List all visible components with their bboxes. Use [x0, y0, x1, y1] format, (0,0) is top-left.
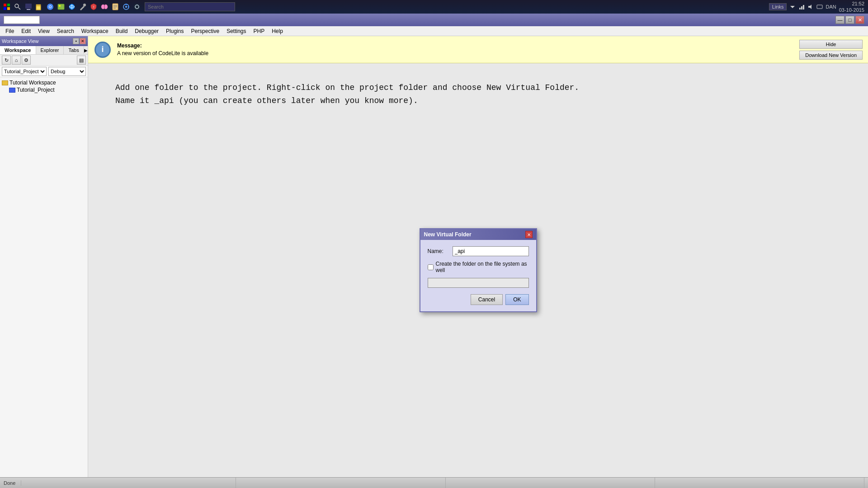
dialog-title: New Virtual Folder	[424, 231, 525, 238]
menu-build[interactable]: Build	[112, 27, 132, 35]
chrome-icon[interactable]	[45, 2, 55, 12]
svg-rect-3	[7, 7, 10, 10]
dialog-path-input[interactable]	[428, 278, 529, 288]
panel-float-button[interactable]: ▪	[73, 38, 79, 44]
butterfly-icon[interactable]	[99, 2, 109, 12]
menu-help[interactable]: Help	[268, 27, 287, 35]
svg-rect-6	[25, 4, 32, 9]
svg-point-12	[49, 6, 51, 8]
steam-icon[interactable]	[132, 2, 142, 12]
menu-plugins[interactable]: Plugins	[162, 27, 187, 35]
menu-file[interactable]: File	[2, 27, 18, 35]
network-icon[interactable]	[121, 2, 131, 12]
notification-text: A new version of CodeLite is available	[117, 50, 799, 56]
titlebar-input[interactable]	[4, 16, 40, 24]
dialog-filesystem-checkbox[interactable]	[428, 264, 434, 270]
panel-close-button[interactable]: ✕	[80, 38, 86, 44]
statusbar-seg1	[27, 478, 236, 488]
svg-rect-7	[27, 9, 30, 10]
menu-php[interactable]: PHP	[250, 27, 269, 35]
dialog-cancel-button[interactable]: Cancel	[471, 294, 503, 305]
statusbar-seg2	[236, 478, 445, 488]
tabs-more-button[interactable]: ▶	[84, 46, 88, 54]
editor-icon[interactable]	[110, 2, 120, 12]
image-icon[interactable]	[56, 2, 66, 12]
menu-settings[interactable]: Settings	[223, 27, 250, 35]
svg-point-29	[128, 6, 129, 8]
hide-button[interactable]: Hide	[799, 40, 863, 49]
svg-point-28	[126, 4, 127, 5]
tab-explorer[interactable]: Explorer	[36, 46, 64, 54]
app-titlebar: — □ ✕	[0, 14, 868, 26]
notification-icon: i	[94, 41, 112, 59]
statusbar-seg3	[446, 478, 655, 488]
username-label: DAN	[826, 4, 836, 9]
dialog-name-row: Name:	[428, 246, 529, 256]
svg-rect-35	[803, 5, 804, 9]
minimize-button[interactable]: —	[835, 16, 844, 24]
tree-item-workspace[interactable]: Tutorial Workspace	[0, 79, 88, 86]
tree-item-project[interactable]: Tutorial_Project	[0, 86, 88, 94]
svg-point-4	[15, 4, 19, 8]
panel-expand-button[interactable]: ▤	[77, 56, 86, 65]
taskbar-links[interactable]: Links	[769, 3, 787, 10]
network-tray-icon[interactable]	[798, 4, 805, 10]
settings-button[interactable]: ⚙	[22, 56, 31, 65]
config-selector[interactable]: Debug	[48, 67, 86, 76]
menu-workspace[interactable]: Workspace	[78, 27, 112, 35]
svg-marker-32	[790, 6, 795, 8]
taskbar: ! Links DAN 21:52 03-10-2015	[0, 0, 868, 14]
volume-tray-icon[interactable]	[807, 4, 814, 10]
svg-rect-0	[4, 4, 6, 6]
new-virtual-folder-dialog: New Virtual Folder ✕ Name: Create the fo…	[420, 228, 537, 312]
right-area: i Message: A new version of CodeLite is …	[88, 36, 868, 477]
workspace-folder-icon	[2, 80, 8, 85]
menu-edit[interactable]: Edit	[18, 27, 34, 35]
content-area: Add one folder to the project. Right-cli…	[88, 63, 868, 477]
tab-tabs[interactable]: Tabs	[64, 46, 84, 54]
security-icon[interactable]: !	[89, 2, 99, 12]
project-label: Tutorial_Project	[17, 87, 55, 93]
tools-icon[interactable]	[78, 2, 88, 12]
maximize-button[interactable]: □	[845, 16, 854, 24]
tab-workspace[interactable]: Workspace	[0, 46, 36, 54]
notification-buttons: Hide Download New Version	[799, 40, 863, 60]
download-new-version-button[interactable]: Download New Version	[799, 51, 863, 60]
taskbar-search-input[interactable]	[145, 2, 235, 11]
home-button[interactable]: ⌂	[12, 56, 21, 65]
menu-perspective[interactable]: Perspective	[187, 27, 223, 35]
keyboard-tray-icon[interactable]	[816, 4, 823, 10]
expand-tray-icon[interactable]	[789, 4, 796, 10]
panel-toolbar: ↻ ⌂ ⚙ ▤	[0, 55, 88, 66]
main-layout: Workspace View ▪ ✕ Workspace Explorer Ta…	[0, 36, 868, 477]
dialog-titlebar: New Virtual Folder ✕	[420, 229, 536, 240]
start-button[interactable]	[2, 2, 12, 12]
menu-debugger[interactable]: Debugger	[131, 27, 162, 35]
search-taskbar-icon[interactable]	[13, 2, 23, 12]
svg-rect-1	[7, 4, 10, 6]
panel-tabs: Workspace Explorer Tabs ▶	[0, 46, 88, 55]
svg-rect-33	[799, 8, 801, 9]
dialog-body: Name: Create the folder on the file syst…	[420, 240, 536, 311]
files-icon[interactable]	[34, 2, 44, 12]
info-circle-icon: i	[94, 42, 111, 58]
desktop-icon[interactable]	[24, 2, 33, 12]
system-clock: 21:52 03-10-2015	[839, 0, 864, 14]
svg-point-27	[125, 6, 127, 8]
dialog-checkbox-row: Create the folder on the file system as …	[428, 261, 529, 273]
dialog-close-button[interactable]: ✕	[525, 231, 533, 238]
dialog-ok-button[interactable]: OK	[505, 294, 528, 305]
refresh-button[interactable]: ↻	[2, 56, 11, 65]
menu-bar: File Edit View Search Workspace Build De…	[0, 26, 868, 36]
ie-icon[interactable]	[67, 2, 77, 12]
dialog-name-label: Name:	[428, 248, 453, 254]
svg-marker-36	[808, 5, 811, 9]
notification-label: Message:	[117, 42, 799, 49]
project-folder-icon	[9, 88, 15, 93]
menu-search[interactable]: Search	[53, 27, 78, 35]
dialog-checkbox-label: Create the folder on the file system as …	[436, 261, 529, 273]
dialog-name-input[interactable]	[453, 246, 529, 256]
menu-view[interactable]: View	[34, 27, 53, 35]
workspace-selector[interactable]: Tutorial_Project	[2, 67, 47, 76]
close-button[interactable]: ✕	[855, 16, 864, 24]
